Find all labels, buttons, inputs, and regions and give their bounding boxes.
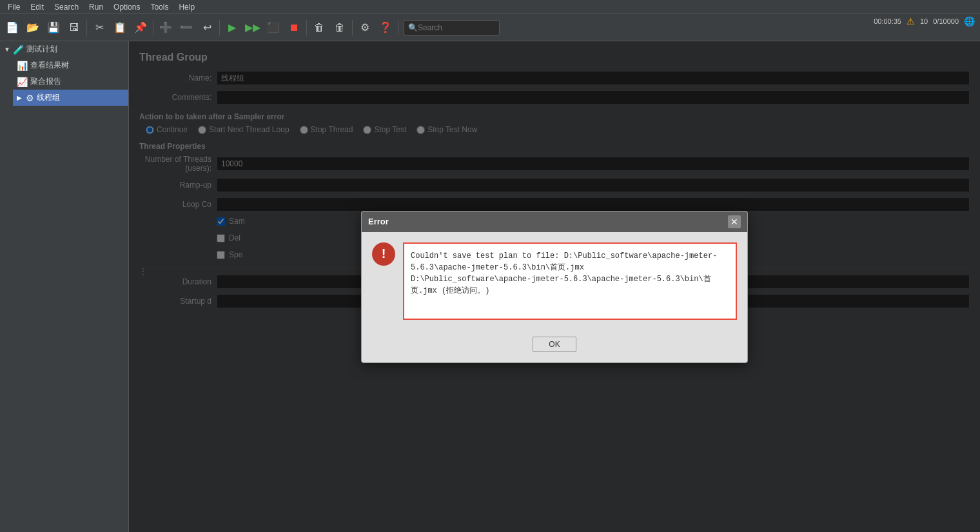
sidebar: ▼ 🧪 测试计划 📊 查看结果树 📈 聚合报告 ▶ ⚙ 线程组	[0, 41, 129, 532]
clear-all-button[interactable]: 🗑	[330, 18, 349, 37]
separator-5	[352, 20, 353, 35]
modal-titlebar: Error ✕	[362, 212, 747, 232]
remove-button[interactable]: ➖	[177, 18, 196, 37]
result-tree-label: 查看结果树	[30, 60, 69, 71]
arrow-icon: ▼	[4, 46, 10, 53]
aggregate-icon: 📈	[17, 77, 28, 87]
save-as-button[interactable]: 🖫	[64, 18, 84, 37]
shutdown-button[interactable]: ⏹	[284, 18, 304, 37]
timer-display: 00:00:35	[874, 17, 901, 25]
modal-close-button[interactable]: ✕	[728, 215, 741, 228]
settings-button[interactable]: ⚙	[355, 18, 375, 37]
search-input[interactable]	[418, 23, 495, 32]
menu-help[interactable]: Help	[173, 1, 200, 13]
result-tree-icon: 📊	[17, 61, 28, 71]
warning-count: 10	[920, 17, 928, 25]
menu-search[interactable]: Search	[49, 1, 84, 13]
save-button[interactable]: 💾	[44, 18, 63, 37]
separator-3	[219, 20, 220, 35]
warning-icon: ⚠	[906, 16, 915, 26]
menu-file[interactable]: File	[3, 1, 25, 13]
undo-button[interactable]: ↩	[197, 18, 217, 37]
copy-button[interactable]: 📋	[110, 18, 130, 37]
menu-tools[interactable]: Tools	[145, 1, 173, 13]
statusbar: 00:00:35 ⚠ 10 0/10000 🌐	[868, 14, 980, 28]
sidebar-children: 📊 查看结果树 📈 聚合报告 ▶ ⚙ 线程组	[0, 57, 128, 106]
separator-1	[86, 20, 87, 35]
run-no-pause-button[interactable]: ▶▶	[243, 18, 262, 37]
sidebar-item-result-tree[interactable]: 📊 查看结果树	[13, 57, 128, 74]
test-plan-icon: 🧪	[13, 44, 24, 55]
sidebar-item-thread-group[interactable]: ▶ ⚙ 线程组	[13, 90, 128, 106]
menu-options[interactable]: Options	[108, 1, 145, 13]
thread-group-label: 线程组	[37, 92, 60, 103]
add-button[interactable]: ➕	[156, 18, 175, 37]
separator-4	[306, 20, 307, 35]
open-button[interactable]: 📂	[23, 18, 43, 37]
toolbar: 📄 📂 💾 🖫 ✂ 📋 📌 ➕ ➖ ↩ ▶ ▶▶ ⬛ ⏹ 🗑 🗑 ⚙ ❓ 🔍	[0, 14, 980, 41]
separator-6	[398, 20, 398, 35]
menubar: File Edit Search Run Options Tools Help …	[0, 0, 980, 14]
clear-button[interactable]: 🗑	[309, 18, 329, 37]
progress-display: 0/10000	[933, 17, 959, 25]
modal-footer: OK	[362, 330, 747, 362]
stop-button[interactable]: ⬛	[264, 18, 283, 37]
modal-body: ! Couldn't save test plan to file: D:\Pu…	[362, 232, 747, 330]
modal-title: Error	[368, 217, 389, 226]
error-icon: !	[372, 242, 395, 266]
globe-icon: 🌐	[964, 16, 975, 26]
menu-run[interactable]: Run	[84, 1, 108, 13]
ok-button[interactable]: OK	[533, 337, 576, 352]
error-line1: Couldn't save test plan to file: D:\Publ…	[411, 251, 717, 272]
error-message: Couldn't save test plan to file: D:\Publ…	[403, 242, 737, 320]
new-button[interactable]: 📄	[3, 18, 22, 37]
cut-button[interactable]: ✂	[90, 18, 109, 37]
separator-2	[153, 20, 153, 35]
test-plan-label: 测试计划	[26, 44, 57, 55]
content-area: Thread Group Name: Comments: Action to b…	[129, 41, 980, 532]
aggregate-label: 聚合报告	[30, 76, 61, 87]
modal-overlay: Error ✕ ! Couldn't save test plan to fil…	[129, 41, 980, 532]
help-button[interactable]: ❓	[376, 18, 395, 37]
thread-group-icon: ⚙	[26, 93, 34, 103]
search-box[interactable]: 🔍	[404, 20, 500, 35]
sidebar-item-test-plan[interactable]: ▼ 🧪 测试计划	[0, 41, 128, 57]
search-icon: 🔍	[408, 23, 418, 32]
arrow-icon: ▶	[17, 94, 23, 101]
menu-edit[interactable]: Edit	[25, 1, 49, 13]
paste-button[interactable]: 📌	[131, 18, 150, 37]
error-line2: D:\Public_software\apache-jmeter-5.6.3\a…	[411, 275, 711, 295]
main-layout: ▼ 🧪 测试计划 📊 查看结果树 📈 聚合报告 ▶ ⚙ 线程组 Thread G…	[0, 41, 980, 532]
run-button[interactable]: ▶	[222, 18, 242, 37]
sidebar-item-aggregate-report[interactable]: 📈 聚合报告	[13, 74, 128, 90]
error-modal: Error ✕ ! Couldn't save test plan to fil…	[361, 211, 748, 363]
